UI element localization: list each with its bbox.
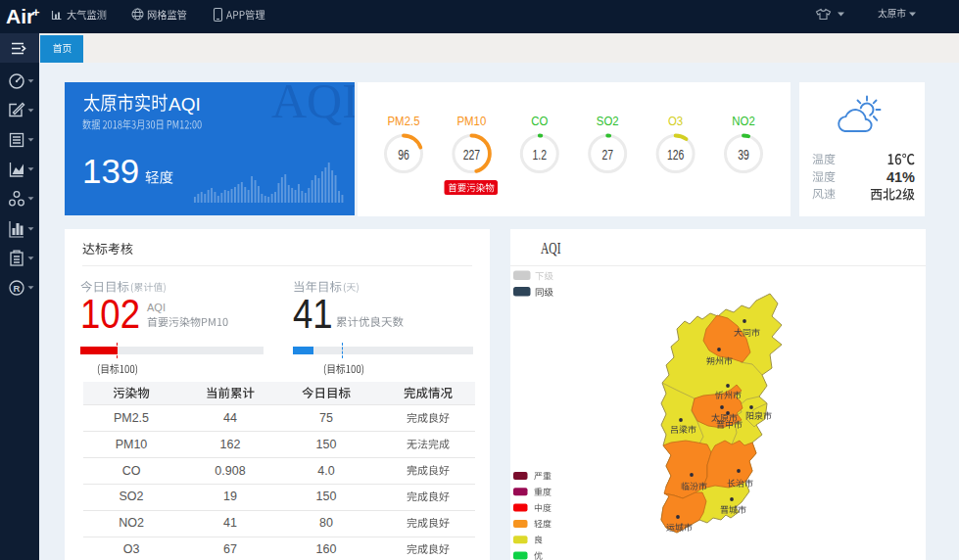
svg-text:27: 27 <box>601 147 613 163</box>
svg-text:Air: Air <box>6 5 34 27</box>
svg-text:39: 39 <box>738 147 749 163</box>
svg-text:NO2: NO2 <box>732 114 755 128</box>
svg-text:126: 126 <box>667 147 684 163</box>
svg-text:4.0: 4.0 <box>317 464 334 478</box>
svg-text:41: 41 <box>223 516 237 530</box>
svg-text:PM10: PM10 <box>456 114 486 128</box>
svg-text:+: + <box>32 5 40 20</box>
svg-text:PM2.5: PM2.5 <box>114 411 149 425</box>
svg-text:41: 41 <box>293 290 333 336</box>
svg-text:67: 67 <box>223 542 237 556</box>
svg-text:227: 227 <box>463 147 480 163</box>
svg-text:162: 162 <box>220 438 241 451</box>
svg-text:AQI: AQI <box>147 302 166 313</box>
svg-text:O3: O3 <box>123 542 140 556</box>
svg-text:AQI: AQI <box>541 240 561 257</box>
svg-text:19: 19 <box>223 490 237 503</box>
svg-text:PM2.5: PM2.5 <box>387 114 419 128</box>
svg-text:41%: 41% <box>887 169 915 185</box>
svg-text:NO2: NO2 <box>119 516 144 530</box>
svg-text:AQI: AQI <box>168 94 201 115</box>
svg-text:R: R <box>14 283 21 294</box>
svg-text:O3: O3 <box>668 114 683 128</box>
svg-text:SO2: SO2 <box>597 114 619 128</box>
svg-text:0.908: 0.908 <box>215 464 245 478</box>
svg-text:150: 150 <box>316 490 337 503</box>
svg-text:96: 96 <box>398 147 409 163</box>
svg-text:75: 75 <box>319 411 333 425</box>
svg-text:SO2: SO2 <box>119 490 143 503</box>
svg-text:1.2: 1.2 <box>533 147 548 163</box>
svg-text:160: 160 <box>316 542 337 556</box>
svg-text:CO: CO <box>531 114 548 128</box>
svg-text:80: 80 <box>319 516 333 530</box>
svg-text:139: 139 <box>82 152 139 192</box>
svg-text:102: 102 <box>80 290 140 336</box>
svg-text:CO: CO <box>122 464 141 478</box>
svg-text:AQI: AQI <box>271 73 359 128</box>
svg-text:PM10: PM10 <box>116 438 148 451</box>
svg-text:44: 44 <box>223 411 237 425</box>
svg-text:150: 150 <box>316 438 337 451</box>
